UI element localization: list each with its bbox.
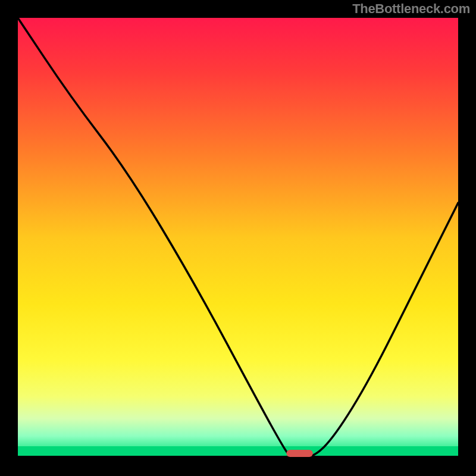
watermark-text: TheBottleneck.com <box>352 1 470 17</box>
chart-container: TheBottleneck.com <box>0 0 476 476</box>
plot-area <box>18 18 458 458</box>
gradient-background <box>18 18 458 458</box>
optimum-marker <box>286 450 312 457</box>
bottleneck-chart <box>18 18 458 458</box>
